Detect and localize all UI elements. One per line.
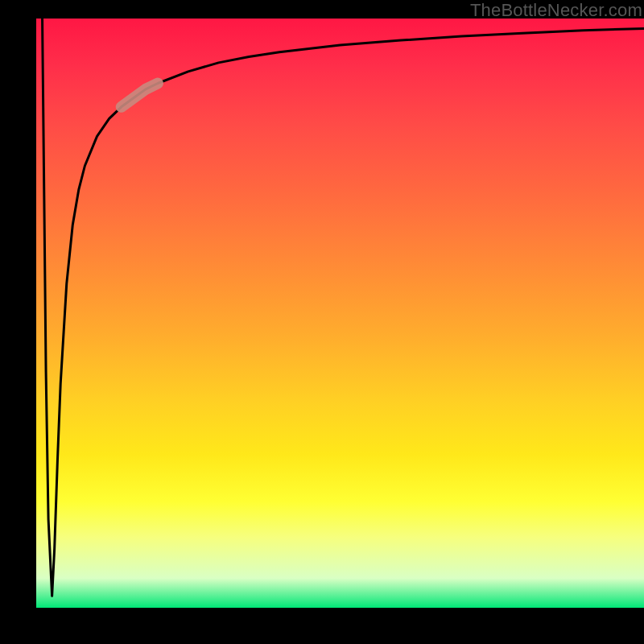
- chart-frame: TheBottleNecker.com: [0, 0, 644, 644]
- plot-area: [36, 19, 644, 608]
- curve-highlight: [122, 84, 158, 107]
- bottleneck-curve: [36, 19, 644, 608]
- attribution-text: TheBottleNecker.com: [470, 0, 642, 21]
